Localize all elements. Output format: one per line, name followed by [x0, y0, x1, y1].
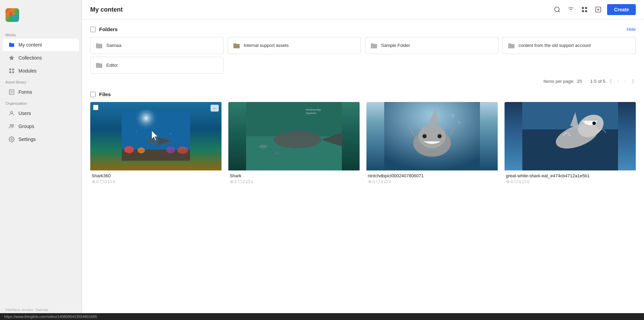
sidebar-item-my-content-label: My content: [18, 42, 42, 48]
folders-pagination: Items per page: 25 1-5 of 5 ⟪ ‹ › ⟫: [90, 78, 636, 85]
file-name-nintchdb: nintchdbpict0002407806071: [368, 173, 496, 178]
folder-icon-sample: [370, 41, 378, 50]
svg-rect-24: [585, 10, 587, 12]
items-per-page-value: 25: [577, 79, 582, 84]
file-card-shark[interactable]: Monterey Bay Aquarium Shark 0: [228, 102, 360, 185]
svg-point-36: [124, 146, 134, 153]
folder-item-saimaa[interactable]: Saimaa: [90, 37, 224, 54]
svg-rect-42: [246, 102, 342, 136]
sidebar-item-forms-label: Forms: [18, 89, 32, 95]
folder-item-old-support[interactable]: content from the old support account: [502, 37, 636, 54]
svg-point-38: [166, 146, 175, 153]
sidebar-item-modules[interactable]: Modules: [3, 65, 79, 77]
svg-rect-23: [582, 10, 584, 12]
filter-button[interactable]: [566, 5, 576, 14]
svg-rect-6: [9, 72, 11, 73]
items-per-page-label: Items per page:: [544, 79, 574, 84]
svg-point-32: [170, 133, 171, 135]
file-likes-shark: 0: [238, 180, 245, 184]
file-more-btn-shark360[interactable]: ···: [211, 105, 219, 112]
svg-point-3: [12, 15, 15, 18]
sidebar-item-collections-label: Collections: [18, 55, 42, 61]
grid-view-button[interactable]: [580, 5, 589, 14]
svg-point-16: [555, 7, 559, 12]
sidebar-item-users-label: Users: [18, 111, 31, 116]
file-thumbnail-shark: Monterey Bay Aquarium: [228, 102, 360, 170]
file-info-nintchdb: nintchdbpict0002407806071 0 0 0: [366, 170, 498, 185]
folder-icon-internal: [233, 41, 240, 50]
status-url: https://www.thinglink.com/video/14080954…: [4, 315, 97, 319]
file-info-shark360: Shark360 0 0 0: [90, 170, 222, 185]
file-info-shark: Shark 0 0 0: [228, 170, 360, 185]
organization-label: Organization: [0, 99, 82, 107]
file-card-nintchdb[interactable]: nintchdbpict0002407806071 0 0 0: [366, 102, 498, 185]
header-actions: Create: [552, 4, 636, 15]
pagination-prev-button[interactable]: ‹: [616, 78, 621, 85]
file-thumbnail-great-white: [505, 102, 636, 170]
folder-item-internal-support[interactable]: Internal support assets: [228, 37, 361, 54]
folders-section-title: Folders: [99, 26, 623, 32]
svg-line-17: [559, 11, 560, 12]
sidebar-item-groups[interactable]: Groups: [3, 120, 79, 132]
files-grid: ··· Shark360 0: [90, 102, 636, 185]
search-button[interactable]: [552, 5, 562, 14]
hide-folders-link[interactable]: Hide: [627, 27, 636, 32]
svg-point-50: [231, 181, 232, 182]
folders-select-all-checkbox[interactable]: [90, 27, 96, 32]
svg-point-71: [592, 121, 596, 125]
pagination-first-button[interactable]: ⟪: [608, 78, 614, 85]
file-likes-shark360: 0: [100, 180, 107, 184]
file-name-shark: Shark: [230, 173, 358, 178]
pagination-next-button[interactable]: ›: [623, 78, 628, 85]
folder-icon-old-support: [508, 41, 515, 50]
svg-rect-5: [12, 68, 14, 70]
svg-point-54: [422, 134, 427, 138]
sidebar-item-groups-label: Groups: [18, 124, 34, 129]
svg-point-13: [10, 125, 12, 126]
svg-rect-21: [582, 7, 584, 9]
sidebar: Media My content Collections Modules A: [0, 0, 82, 320]
files-select-all-checkbox[interactable]: [90, 92, 96, 97]
svg-point-72: [508, 181, 509, 182]
file-thumbnail-shark360: ···: [90, 102, 222, 170]
pagination-last-button[interactable]: ⟫: [630, 78, 636, 85]
folder-icon-editor: [95, 61, 103, 69]
groups-icon: [8, 123, 15, 130]
folder-item-editor[interactable]: Editor: [90, 57, 224, 74]
folder-name-old-support: content from the old support account: [519, 43, 591, 48]
sidebar-item-forms[interactable]: Forms: [3, 86, 79, 98]
sidebar-item-users[interactable]: Users: [3, 107, 79, 119]
main-area: My content: [82, 0, 644, 320]
svg-point-55: [438, 134, 442, 138]
file-meta-nintchdb: 0 0 0: [368, 180, 496, 184]
svg-point-14: [12, 125, 14, 126]
file-card-great-white[interactable]: great-white-shark-eat_e474cb4712a1e5b1 0…: [505, 102, 636, 185]
svg-rect-22: [585, 7, 587, 9]
file-checkbox-shark360[interactable]: [93, 105, 98, 110]
sidebar-item-my-content[interactable]: My content: [3, 39, 79, 51]
file-meta-shark: 0 0 0: [230, 180, 358, 184]
folders-section-header: Folders Hide: [90, 26, 636, 32]
svg-point-40: [93, 181, 94, 182]
status-bar: https://www.thinglink.com/video/14080954…: [0, 313, 644, 320]
page-title: My content: [90, 6, 123, 13]
svg-point-39: [177, 146, 188, 154]
svg-text:Aquarium: Aquarium: [306, 112, 316, 115]
svg-point-15: [11, 139, 13, 140]
sidebar-item-collections[interactable]: Collections: [3, 52, 79, 64]
folder-icon-saimaa: [95, 41, 103, 50]
svg-point-61: [370, 181, 371, 182]
sidebar-item-settings[interactable]: Settings: [3, 133, 79, 145]
folder-item-sample[interactable]: Sample Folder: [365, 37, 498, 54]
file-info-great-white: great-white-shark-eat_e474cb4712a1e5b1 0…: [505, 170, 636, 185]
svg-point-30: [136, 131, 137, 132]
file-views-great-white: 0: [506, 180, 513, 184]
add-button[interactable]: [593, 5, 603, 14]
main-content: Folders Hide Saimaa Internal suppor: [82, 20, 644, 320]
file-card-shark360[interactable]: ··· Shark360 0: [90, 102, 222, 185]
svg-rect-4: [9, 68, 11, 70]
file-likes-great-white: 0: [514, 180, 521, 184]
forms-icon: [8, 89, 15, 95]
folder-icon: [8, 41, 15, 48]
create-button[interactable]: Create: [607, 4, 636, 15]
